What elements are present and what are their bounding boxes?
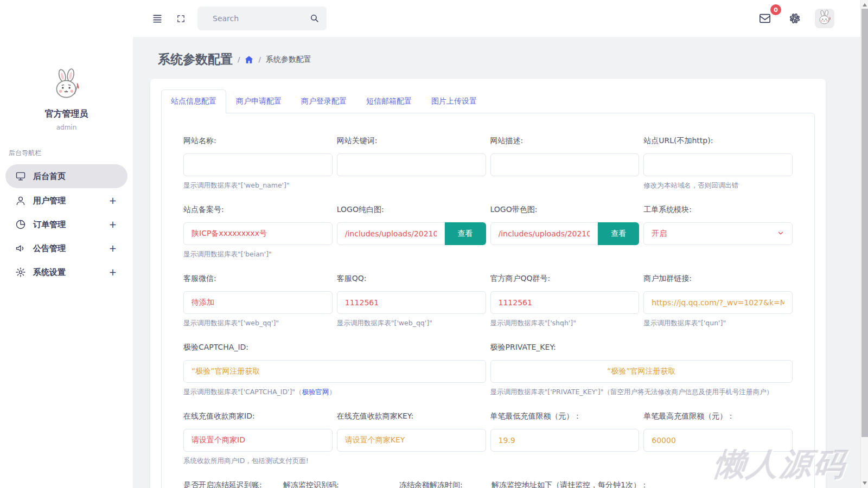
sidebar-item-label: 用户管理 (33, 196, 66, 206)
scrollbar-thumb[interactable] (861, 9, 868, 437)
tab-site-info[interactable]: 站点信息配置 (161, 89, 226, 113)
user-icon (15, 195, 26, 206)
pay-key-input[interactable] (337, 429, 486, 452)
field-kf-qq: 客服QQ: 显示调用数据库表"['web_qq']" (337, 274, 486, 328)
web-name-input[interactable] (183, 153, 333, 176)
expand-plus-icon: + (109, 219, 117, 230)
tab-merchant-apply[interactable]: 商户申请配置 (226, 89, 291, 113)
field-unfreeze-code: 解冻监控识别码: (283, 480, 395, 488)
qun-input[interactable] (643, 291, 793, 314)
field-shqh: 官方商户QQ群号: 显示调用数据库表"['shqh']" (490, 274, 640, 328)
field-max-recharge: 单笔最高充值限额（元）： (643, 412, 793, 466)
max-recharge-input[interactable] (643, 429, 793, 452)
gear-icon (15, 267, 26, 278)
field-qun: 商户加群链接: 显示调用数据库表"['qun']" (643, 274, 793, 328)
kf-wechat-input[interactable] (183, 291, 333, 314)
field-logo-color: LOGO带色图: 查看 (490, 205, 640, 259)
field-pay-id: 在线充值收款商家ID: 系统收款所用商户ID，包括测试支付页面! (183, 412, 333, 466)
web-desc-input[interactable] (490, 153, 640, 176)
field-frozen-time: 冻结余额解冻时间: (399, 480, 487, 488)
field-pay-key: 在线充值收款商家KEY: (337, 412, 486, 466)
tab-bar: 站点信息配置 商户申请配置 商户登录配置 短信邮箱配置 图片上传设置 (161, 89, 815, 113)
scroll-down-arrow[interactable] (863, 481, 867, 485)
settings-card: 站点信息配置 商户申请配置 商户登录配置 短信邮箱配置 图片上传设置 网站名称:… (150, 79, 826, 488)
header-avatar[interactable] (815, 9, 834, 28)
pie-chart-icon (15, 219, 26, 230)
expand-plus-icon: + (109, 243, 117, 254)
sidebar-item-label: 后台首页 (33, 171, 66, 182)
web-keywords-input[interactable] (337, 153, 486, 176)
main-area: 0 (133, 0, 868, 488)
sidebar-item-label: 系统设置 (33, 267, 66, 278)
field-captcha-id: 极验CAPTCHA_ID: 显示调用数据库表"['CAPTCHA_ID']"（极… (183, 343, 486, 397)
captcha-id-input[interactable] (183, 360, 486, 383)
field-logo-white: LOGO纯白图: 查看 (337, 205, 486, 259)
min-recharge-input[interactable] (490, 429, 640, 452)
sidebar-item-settings[interactable]: 系统设置 + (0, 260, 133, 284)
tab-merchant-login[interactable]: 商户登录配置 (291, 89, 356, 113)
sidebar-item-dashboard[interactable]: 后台首页 (5, 164, 127, 188)
speaker-icon (15, 243, 26, 254)
field-web-name: 网站名称: 显示调用数据库表"['web_name']" (183, 136, 333, 190)
tab-image-upload[interactable]: 图片上传设置 (422, 89, 487, 113)
content-area: 系统参数配置 / / 系统参数配置 站点信息配置 商户申请配置 商户登录配置 短… (133, 37, 868, 488)
field-beian: 站点备案号: 显示调用数据库表"['beian']" (183, 205, 333, 259)
geetest-site-link[interactable]: 极验官网 (302, 388, 329, 396)
ticket-module-select[interactable]: 开启 (643, 222, 793, 245)
sidebar-item-announcements[interactable]: 公告管理 + (0, 236, 133, 260)
view-logo-color-button[interactable]: 查看 (598, 222, 639, 245)
monitor-icon (15, 171, 26, 182)
field-web-keywords: 网站关键词: (337, 136, 486, 190)
sidebar-item-label: 订单管理 (33, 220, 66, 230)
logo-white-input[interactable] (337, 222, 445, 245)
scroll-up-arrow[interactable] (863, 3, 867, 7)
view-logo-white-button[interactable]: 查看 (445, 222, 486, 245)
sidebar-item-label: 公告管理 (33, 243, 66, 254)
sidebar: 官方管理员 admin 后台导航栏 后台首页 用户管理 + 订单管理 + 公告管… (0, 0, 133, 488)
site-url-input[interactable] (643, 153, 793, 176)
user-avatar (49, 68, 85, 104)
expand-plus-icon: + (109, 195, 117, 206)
nav-section-label: 后台导航栏 (0, 149, 133, 164)
field-unfreeze-url: 解冻监控地址如下（请挂监控，每分钟1次）： (492, 480, 793, 488)
hamburger-menu-icon[interactable] (149, 10, 165, 27)
field-site-url: 站点URL(不加http): 修改为本站域名，否则回调出错 (643, 136, 793, 190)
pay-id-input[interactable] (183, 429, 333, 452)
breadcrumb-current: 系统参数配置 (266, 55, 311, 65)
field-web-desc: 网站描述: (490, 136, 640, 190)
sidebar-item-users[interactable]: 用户管理 + (0, 189, 133, 213)
tab-content: 网站名称: 显示调用数据库表"['web_name']" 网站关键词: 网站描述… (161, 113, 815, 488)
mail-badge: 0 (770, 4, 781, 15)
search-icon[interactable] (310, 14, 319, 25)
field-private-key: 极验PRIVATE_KEY: 显示调用数据库表"['PRIVATE_KEY']"… (490, 343, 793, 397)
field-ticket-module: 工单系统模块: 开启 (643, 205, 793, 259)
apps-icon[interactable] (787, 10, 803, 27)
field-frozen-delay: 是否开启冻结延迟到账: (183, 480, 279, 488)
beian-input[interactable] (183, 222, 333, 245)
search-input[interactable] (197, 7, 327, 30)
breadcrumb: 系统参数配置 / / 系统参数配置 (158, 51, 826, 68)
expand-plus-icon: + (109, 267, 117, 278)
kf-qq-input[interactable] (337, 291, 486, 314)
chevron-down-icon (777, 229, 784, 239)
field-min-recharge: 单笔最低充值限额（元）： (490, 412, 640, 466)
search-box (197, 7, 327, 30)
home-icon[interactable] (245, 55, 253, 64)
sidebar-item-orders[interactable]: 订单管理 + (0, 213, 133, 236)
page-title: 系统参数配置 (158, 51, 233, 68)
logo-color-input[interactable] (490, 222, 598, 245)
user-role: admin (0, 124, 133, 131)
vertical-scrollbar[interactable] (860, 0, 868, 488)
shqh-input[interactable] (490, 291, 640, 314)
user-name: 官方管理员 (0, 108, 133, 120)
private-key-input[interactable] (490, 360, 793, 383)
tab-sms-email[interactable]: 短信邮箱配置 (356, 89, 422, 113)
field-kf-wechat: 客服微信: 显示调用数据库表"['web_qq']" (183, 274, 333, 328)
fullscreen-icon[interactable] (173, 11, 189, 27)
top-header: 0 (133, 0, 868, 37)
mail-icon[interactable]: 0 (755, 9, 775, 28)
